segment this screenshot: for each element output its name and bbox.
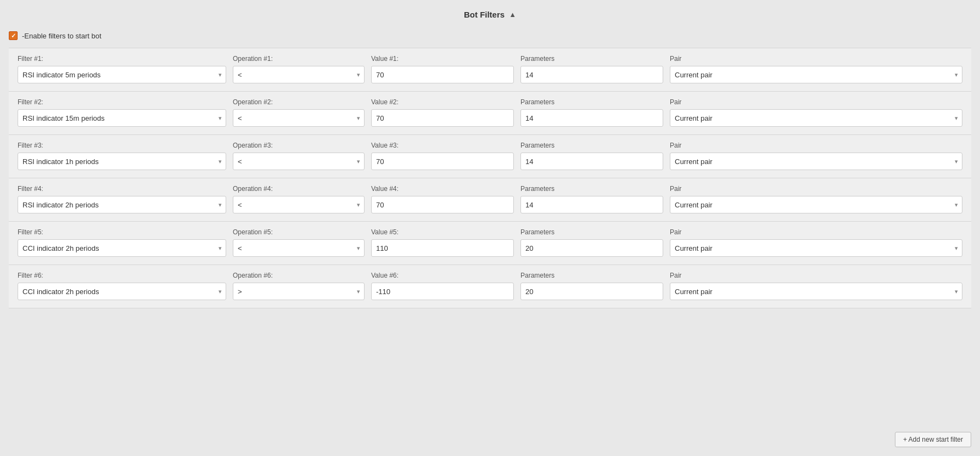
enable-checkbox[interactable] xyxy=(9,31,18,40)
value-input-3[interactable] xyxy=(371,153,514,170)
filter-row-4: Filter #4: RSI indicator 2h periods Oper… xyxy=(9,178,971,221)
parameters-label-6: Parameters xyxy=(520,272,663,279)
parameters-input-2[interactable] xyxy=(520,109,663,127)
pair-label-3: Pair xyxy=(670,142,962,149)
parameters-input-3[interactable] xyxy=(520,153,663,170)
parameters-input-4[interactable] xyxy=(520,196,663,213)
value-label-2: Value #2: xyxy=(371,98,514,106)
filter-select-wrap-3: RSI indicator 1h periods xyxy=(18,153,226,170)
parameters-field-6: Parameters xyxy=(520,272,663,300)
pair-select-5[interactable]: Current pair xyxy=(670,239,962,257)
filter-label-3: Filter #3: xyxy=(18,142,226,149)
collapse-chevron[interactable]: ▲ xyxy=(509,10,516,19)
parameters-input-1[interactable] xyxy=(520,66,663,83)
filter-columns-4: Filter #4: RSI indicator 2h periods Oper… xyxy=(18,185,962,213)
parameters-field-1: Parameters xyxy=(520,55,663,83)
pair-label-1: Pair xyxy=(670,55,962,63)
parameters-label-2: Parameters xyxy=(520,98,663,106)
filter-field-4: Filter #4: RSI indicator 2h periods xyxy=(18,185,226,213)
filter-select-5[interactable]: CCI indicator 2h periods xyxy=(18,239,226,257)
parameters-label-4: Parameters xyxy=(520,185,663,193)
operation-select-1[interactable]: < > = xyxy=(233,66,365,83)
page-container: Bot Filters ▲ -Enable filters to start b… xyxy=(0,0,980,456)
operation-select-wrap-6: > > = xyxy=(233,283,365,300)
operation-select-4[interactable]: < > = xyxy=(233,196,365,213)
filter-select-2[interactable]: RSI indicator 15m periods xyxy=(18,109,226,127)
pair-field-5: Pair Current pair xyxy=(670,228,962,257)
operation-select-2[interactable]: < > = xyxy=(233,109,365,127)
filter-select-wrap-1: RSI indicator 5m periods xyxy=(18,66,226,83)
pair-field-4: Pair Current pair xyxy=(670,185,962,213)
value-field-4: Value #4: xyxy=(371,185,514,213)
operation-select-wrap-2: < > = xyxy=(233,109,365,127)
filter-select-wrap-6: CCI indicator 2h periods xyxy=(18,283,226,300)
value-input-1[interactable] xyxy=(371,66,514,83)
operation-field-1: Operation #1: < > = xyxy=(233,55,365,83)
page-header: Bot Filters ▲ xyxy=(0,0,980,26)
parameters-field-2: Parameters xyxy=(520,98,663,127)
operation-field-2: Operation #2: < > = xyxy=(233,98,365,127)
filter-select-4[interactable]: RSI indicator 2h periods xyxy=(18,196,226,213)
filter-columns-6: Filter #6: CCI indicator 2h periods Oper… xyxy=(18,272,962,300)
pair-field-2: Pair Current pair xyxy=(670,98,962,127)
pair-select-2[interactable]: Current pair xyxy=(670,109,962,127)
pair-label-5: Pair xyxy=(670,228,962,236)
filters-area: Filter #1: RSI indicator 5m periods Oper… xyxy=(0,48,980,308)
value-input-4[interactable] xyxy=(371,196,514,213)
value-input-5[interactable] xyxy=(371,239,514,257)
pair-select-wrap-4: Current pair xyxy=(670,196,962,213)
filter-label-4: Filter #4: xyxy=(18,185,226,193)
filter-columns-5: Filter #5: CCI indicator 2h periods Oper… xyxy=(18,228,962,257)
value-input-2[interactable] xyxy=(371,109,514,127)
operation-label-6: Operation #6: xyxy=(233,272,365,279)
filter-label-5: Filter #5: xyxy=(18,228,226,236)
pair-select-4[interactable]: Current pair xyxy=(670,196,962,213)
operation-field-4: Operation #4: < > = xyxy=(233,185,365,213)
filter-label-1: Filter #1: xyxy=(18,55,226,63)
value-label-6: Value #6: xyxy=(371,272,514,279)
value-label-5: Value #5: xyxy=(371,228,514,236)
pair-select-wrap-3: Current pair xyxy=(670,153,962,170)
value-field-3: Value #3: xyxy=(371,142,514,170)
operation-label-3: Operation #3: xyxy=(233,142,365,149)
pair-select-wrap-1: Current pair xyxy=(670,66,962,83)
filter-row-6: Filter #6: CCI indicator 2h periods Oper… xyxy=(9,264,971,308)
pair-select-wrap-5: Current pair xyxy=(670,239,962,257)
filter-select-3[interactable]: RSI indicator 1h periods xyxy=(18,153,226,170)
filter-select-1[interactable]: RSI indicator 5m periods xyxy=(18,66,226,83)
pair-select-3[interactable]: Current pair xyxy=(670,153,962,170)
pair-field-3: Pair Current pair xyxy=(670,142,962,170)
parameters-label-1: Parameters xyxy=(520,55,663,63)
pair-label-4: Pair xyxy=(670,185,962,193)
parameters-label-5: Parameters xyxy=(520,228,663,236)
operation-select-3[interactable]: < > = xyxy=(233,153,365,170)
filter-select-wrap-2: RSI indicator 15m periods xyxy=(18,109,226,127)
value-field-6: Value #6: xyxy=(371,272,514,300)
pair-label-2: Pair xyxy=(670,98,962,106)
enable-checkbox-label[interactable]: -Enable filters to start bot xyxy=(9,31,102,40)
value-field-2: Value #2: xyxy=(371,98,514,127)
operation-select-6[interactable]: > > = xyxy=(233,283,365,300)
enable-label: -Enable filters to start bot xyxy=(22,32,102,40)
value-label-1: Value #1: xyxy=(371,55,514,63)
value-input-6[interactable] xyxy=(371,283,514,300)
parameters-field-5: Parameters xyxy=(520,228,663,257)
add-filter-button[interactable]: + Add new start filter xyxy=(895,432,971,447)
filter-select-6[interactable]: CCI indicator 2h periods xyxy=(18,283,226,300)
pair-select-1[interactable]: Current pair xyxy=(670,66,962,83)
parameters-input-5[interactable] xyxy=(520,239,663,257)
value-label-4: Value #4: xyxy=(371,185,514,193)
filter-select-wrap-4: RSI indicator 2h periods xyxy=(18,196,226,213)
pair-select-wrap-6: Current pair xyxy=(670,283,962,300)
operation-select-5[interactable]: < > = xyxy=(233,239,365,257)
operation-select-wrap-5: < > = xyxy=(233,239,365,257)
filter-label-6: Filter #6: xyxy=(18,272,226,279)
operation-field-3: Operation #3: < > = xyxy=(233,142,365,170)
value-field-1: Value #1: xyxy=(371,55,514,83)
pair-field-6: Pair Current pair xyxy=(670,272,962,300)
pair-select-6[interactable]: Current pair xyxy=(670,283,962,300)
parameters-field-4: Parameters xyxy=(520,185,663,213)
filter-row-2: Filter #2: RSI indicator 15m periods Ope… xyxy=(9,91,971,134)
bottom-bar: + Add new start filter xyxy=(895,432,971,447)
parameters-input-6[interactable] xyxy=(520,283,663,300)
